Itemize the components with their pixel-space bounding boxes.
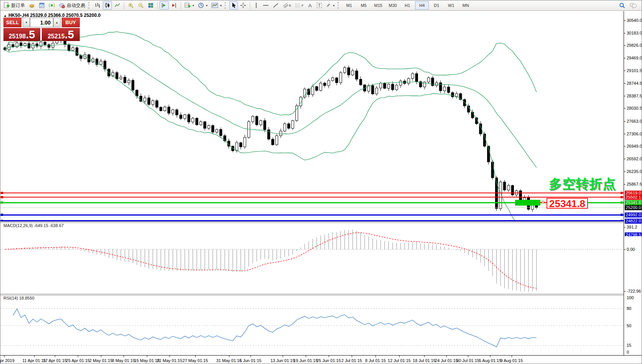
horizontal-line-25200.0[interactable] — [0, 208, 624, 208]
time-tick-label[interactable]: 8 Jul 01:15 — [365, 358, 386, 363]
vertical-line-tool[interactable] — [252, 1, 260, 10]
time-tick-label[interactable]: 19 Jun 01:15 — [293, 358, 318, 363]
line-chart-button[interactable] — [113, 1, 122, 10]
volume-increase-button[interactable]: ▲ — [53, 18, 60, 27]
time-tick-mark — [512, 356, 512, 357]
chart-window-icon — [39, 2, 45, 8]
time-tick-label[interactable]: 17 Apr 01:15 — [43, 358, 67, 363]
zoom-out-icon — [138, 2, 144, 8]
time-tick-label[interactable]: 2 Jul 01:15 — [341, 358, 362, 363]
line-handle-left[interactable] — [1, 201, 3, 204]
zoom-out-button[interactable] — [136, 1, 145, 10]
price-tick-label: 28744.5 — [627, 81, 642, 86]
timeframe-button-m5[interactable]: M5 — [357, 1, 370, 10]
line-handle-right[interactable] — [621, 196, 623, 198]
time-tick-label[interactable]: 15 May 01:15 — [134, 358, 160, 363]
time-tick-label[interactable]: 18 Jul 01:15 — [413, 358, 436, 363]
price-line-label: 25341.8 — [625, 200, 642, 205]
sell-price-display[interactable]: 25198.5 — [3, 28, 40, 41]
time-tick-label[interactable]: 13 Jun 01:15 — [270, 358, 295, 363]
timeframe-button-d1[interactable]: D1 — [430, 1, 443, 10]
volume-input[interactable]: 1.00 — [30, 18, 53, 27]
chat-button[interactable] — [628, 1, 639, 10]
horizontal-line-25502.1[interactable] — [0, 197, 624, 198]
time-tick-label[interactable]: 4 Apr 2019 — [0, 358, 15, 363]
time-tick-label[interactable]: 31 May 01:15 — [216, 358, 242, 363]
time-tick-label[interactable]: 11 Apr 01:15 — [22, 358, 46, 363]
tile-windows-button[interactable] — [146, 1, 155, 10]
timeframe-button-mn[interactable]: MN — [459, 1, 472, 10]
arrows-tool[interactable]: ▾ — [324, 1, 336, 10]
time-tick-label[interactable]: 24 Jul 01:15 — [435, 358, 458, 363]
zoom-in-button[interactable] — [126, 1, 135, 10]
line-handle-left[interactable] — [1, 196, 3, 198]
autotrading-button[interactable]: 自动交易 — [57, 1, 87, 10]
timeframe-button-h1[interactable]: H1 — [400, 1, 414, 10]
macd-panel-divider[interactable] — [0, 221, 624, 223]
buy-button[interactable]: BUY — [62, 18, 80, 27]
rsi-label: RSI(14) 18.8550 — [3, 296, 35, 300]
search-button[interactable] — [617, 1, 627, 10]
auto-scroll-icon — [161, 2, 167, 8]
fibonacci-tool[interactable]: F — [293, 1, 305, 10]
time-tick-label[interactable]: 25 Jun 01:15 — [316, 358, 341, 363]
volume-decrease-button[interactable]: ▼ — [23, 18, 30, 27]
rsi-panel[interactable] — [0, 295, 624, 355]
time-tick-label[interactable]: 27 May 01:15 — [183, 358, 208, 363]
timeframe-button-m1[interactable]: M1 — [342, 1, 356, 10]
buy-price-display[interactable]: 25215.5 — [42, 28, 80, 41]
line-handle-left[interactable] — [1, 214, 3, 216]
crosshair-tool-button[interactable] — [239, 1, 248, 10]
history-center-button[interactable] — [27, 1, 36, 10]
periods-button[interactable]: ▾ — [196, 1, 209, 10]
highlight-rectangle[interactable] — [515, 200, 540, 206]
collapse-triangle-icon[interactable]: ▲ — [3, 14, 7, 18]
line-handle-right[interactable] — [621, 192, 623, 194]
time-tick-label[interactable]: 9 Aug 01:15 — [500, 358, 523, 363]
macd-panel[interactable] — [0, 222, 624, 294]
price-callout-label[interactable]: 25341.8 — [547, 198, 588, 209]
text-tool[interactable]: A — [306, 1, 314, 10]
timeframe-button-h4[interactable]: H4 — [415, 1, 429, 10]
time-tick-label[interactable]: 5 Aug 01:15 — [479, 358, 502, 363]
chart-region: ▲HK50-,H4 25329.0 25366.0 25070.5 25200.… — [0, 11, 642, 364]
new-chart-button[interactable] — [37, 1, 46, 10]
timeframe-button-m30[interactable]: M30 — [386, 1, 400, 10]
chart-annotation-text[interactable]: 多空转折点 — [549, 175, 616, 193]
time-tick-label[interactable]: 25 Apr 01:15 — [66, 358, 90, 363]
new-order-button[interactable]: 新订单 — [2, 1, 26, 10]
sell-button[interactable]: SELL — [3, 18, 21, 27]
time-tick-label[interactable]: 6 Jun 01:15 — [239, 358, 262, 363]
channel-letter: E — [289, 4, 291, 7]
rsi-panel-divider[interactable] — [0, 294, 624, 295]
text-label-tool[interactable]: T — [315, 1, 323, 10]
timeframe-button-w1[interactable]: W1 — [444, 1, 458, 10]
horizontal-line-24992.0[interactable] — [0, 214, 624, 216]
equidistant-channel-tool[interactable]: E — [281, 1, 293, 10]
time-tick-label[interactable]: 8 May 01:15 — [112, 358, 135, 363]
signals-button[interactable] — [47, 1, 56, 10]
horizontal-line-25619.0[interactable] — [0, 193, 624, 193]
time-tick-mark — [123, 356, 124, 357]
chart-shift-button[interactable] — [170, 1, 179, 10]
bar-chart-button[interactable] — [93, 1, 102, 10]
auto-scroll-button[interactable] — [160, 1, 169, 10]
candle-chart-button[interactable] — [103, 1, 112, 10]
indicators-button[interactable]: ▾ — [183, 1, 196, 10]
price-chart-panel[interactable]: ▲HK50-,H4 25329.0 25366.0 25070.5 25200.… — [0, 11, 624, 222]
cursor-tool-button[interactable] — [229, 1, 238, 10]
timeframe-button-m15[interactable]: M15 — [371, 1, 385, 10]
time-tick-label[interactable]: 21 May 01:15 — [157, 358, 183, 363]
line-handle-left[interactable] — [1, 192, 3, 194]
time-tick-label[interactable]: 30 Jul 01:15 — [456, 358, 479, 363]
time-tick-mark — [283, 356, 283, 357]
time-tick-label[interactable]: 2 May 01:15 — [89, 358, 113, 363]
line-handle-right[interactable] — [621, 214, 623, 216]
callout-anchor-handle[interactable] — [542, 201, 544, 203]
line-handle-right[interactable] — [621, 201, 623, 204]
trendline-tool[interactable] — [271, 1, 280, 10]
buy-price-frac: .5 — [65, 29, 74, 40]
time-tick-label[interactable]: 12 Jul 01:15 — [388, 358, 411, 363]
templates-button[interactable]: ▾ — [210, 1, 223, 10]
horizontal-line-tool[interactable] — [261, 1, 270, 10]
